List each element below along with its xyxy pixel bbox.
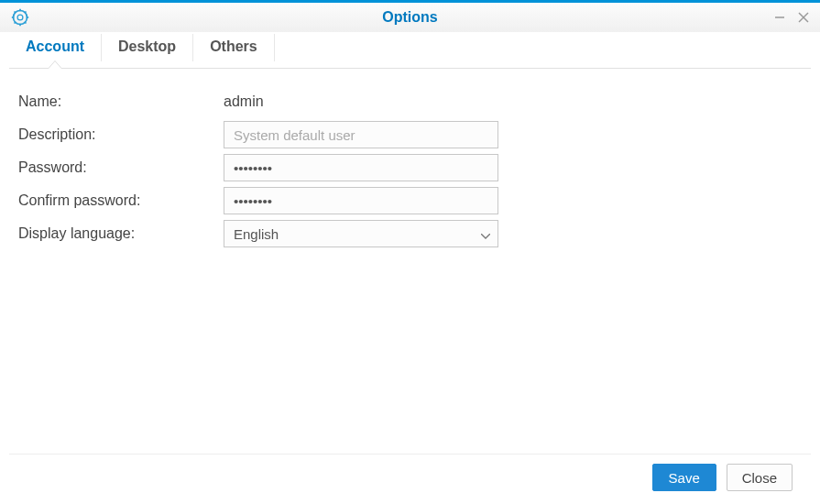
row-name: Name: admin — [18, 85, 811, 118]
chevron-down-icon — [481, 226, 490, 242]
confirm-password-label: Confirm password: — [18, 192, 224, 209]
description-label: Description: — [18, 126, 224, 143]
language-select[interactable]: English — [224, 220, 498, 247]
row-confirm-password: Confirm password: — [18, 184, 811, 217]
window-controls — [772, 10, 811, 25]
tab-desktop[interactable]: Desktop — [102, 34, 193, 61]
name-value: admin — [224, 93, 264, 110]
minimize-icon[interactable] — [772, 10, 787, 25]
svg-point-1 — [17, 15, 23, 20]
close-button[interactable]: Close — [727, 464, 793, 491]
tab-label: Desktop — [118, 38, 176, 54]
confirm-password-field[interactable] — [224, 187, 498, 214]
row-language: Display language: English — [18, 217, 811, 250]
row-description: Description: — [18, 118, 811, 151]
footer: Save Close — [9, 454, 811, 504]
tab-account[interactable]: Account — [9, 34, 102, 61]
settings-gear-icon — [11, 8, 29, 27]
options-window: Options Account Desktop Others Name: adm… — [0, 0, 820, 504]
titlebar: Options — [0, 3, 820, 32]
language-select-value: English — [234, 226, 279, 242]
tab-label: Others — [210, 38, 257, 54]
name-label: Name: — [18, 93, 224, 110]
close-icon[interactable] — [796, 10, 811, 25]
tab-label: Account — [26, 38, 84, 54]
window-title: Options — [382, 9, 437, 26]
tab-others[interactable]: Others — [193, 34, 275, 61]
language-label: Display language: — [18, 225, 224, 242]
save-button[interactable]: Save — [652, 464, 716, 491]
password-label: Password: — [18, 159, 224, 176]
row-password: Password: — [18, 151, 811, 184]
account-panel: Name: admin Description: Password: Confi… — [0, 69, 820, 454]
tab-bar: Account Desktop Others — [0, 34, 820, 61]
password-field[interactable] — [224, 154, 498, 181]
description-field[interactable] — [224, 121, 498, 148]
